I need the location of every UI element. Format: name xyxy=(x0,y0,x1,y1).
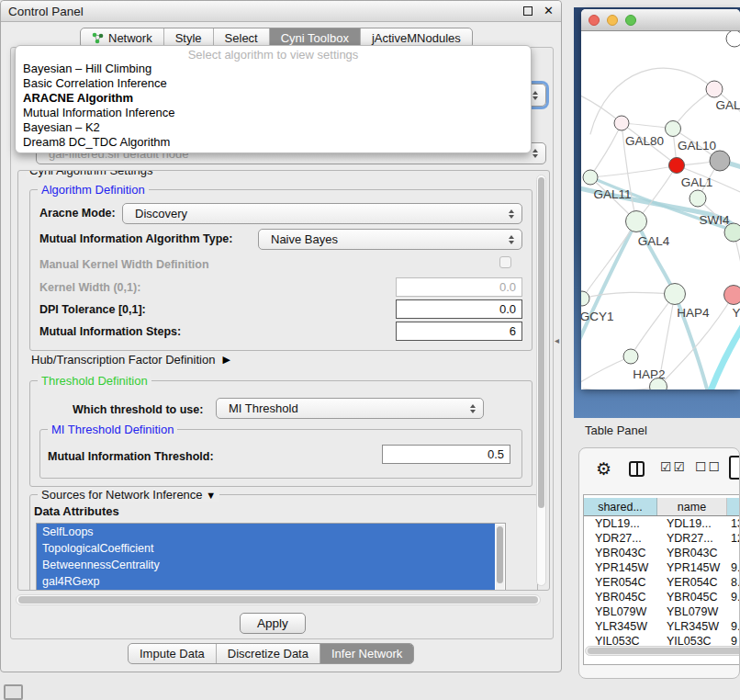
network-desktop: GAL80GALGAL10GAL1GAL11SWI4GAL4GCY1HAP4YH… xyxy=(574,7,740,418)
algorithm-option[interactable]: Dream8 DC_TDC Algorithm xyxy=(16,135,531,150)
table-row[interactable]: YBR043CYBR043C xyxy=(584,546,740,560)
table-cell: YDR27... xyxy=(584,531,657,546)
network-node-gal1[interactable] xyxy=(669,158,685,174)
tab-infer-network-label: Infer Network xyxy=(331,647,402,660)
algorithm-option[interactable]: Basic Correlation Inference xyxy=(16,76,531,91)
document-icon[interactable] xyxy=(729,456,740,480)
node-label: GAL10 xyxy=(678,139,716,152)
settings-horizontal-scrollbar[interactable] xyxy=(16,594,541,605)
aracne-mode-combo[interactable]: Discovery xyxy=(122,203,522,224)
table-cell: YLR345W xyxy=(584,619,657,634)
network-node[interactable] xyxy=(710,151,730,171)
node-label: GAL80 xyxy=(625,134,664,148)
mi-threshold-group: MI Threshold Definition Mutual Informati… xyxy=(39,429,522,479)
table-cell: YLR345W xyxy=(657,619,727,634)
dpi-tolerance-field[interactable]: 0.0 xyxy=(396,299,522,319)
node-label: Y xyxy=(732,306,740,320)
data-attribute-item[interactable]: SelfLoops xyxy=(37,524,495,540)
algorithm-option[interactable]: Mutual Information Inference xyxy=(16,106,531,120)
apply-button[interactable]: Apply xyxy=(240,613,306,634)
network-node-gal4[interactable] xyxy=(626,211,647,232)
network-node-gal80[interactable] xyxy=(614,116,629,130)
algorithm-option[interactable]: Bayesian – Hill Climbing xyxy=(16,62,531,76)
tab-infer-network[interactable]: Infer Network xyxy=(320,644,413,663)
network-edges xyxy=(581,68,740,390)
close-icon[interactable]: ✕ xyxy=(544,6,554,16)
sources-group-title: Sources for Network Inference ▼ xyxy=(38,488,219,502)
column-header-third[interactable]: A xyxy=(727,498,740,515)
tab-impute-data[interactable]: Impute Data xyxy=(129,644,217,663)
mi-threshold-label: Mutual Information Threshold: xyxy=(48,450,214,463)
collapse-down-icon[interactable]: ▼ xyxy=(206,490,216,501)
minimize-traffic-light-icon[interactable] xyxy=(607,15,618,26)
network-node[interactable] xyxy=(726,31,740,47)
settings-vertical-scrollbar[interactable] xyxy=(536,175,546,586)
table-cell: YPR145W xyxy=(657,560,727,575)
network-node[interactable] xyxy=(724,223,740,242)
algorithm-option[interactable]: Bayesian – K2 xyxy=(16,120,531,135)
data-attribute-item[interactable]: gal4RGexp xyxy=(37,573,495,590)
combo-spinner-icon xyxy=(533,91,538,100)
gear-icon[interactable]: ⚙ xyxy=(596,456,611,483)
algorithm-popup: Select algorithm to view settings Bayesi… xyxy=(15,45,532,153)
network-node-gal[interactable] xyxy=(706,81,723,97)
table-row[interactable]: YBL079WYBL079W xyxy=(584,604,740,619)
which-threshold-combo[interactable]: MI Threshold xyxy=(216,398,484,419)
table-row[interactable]: YPR145WYPR145W9. xyxy=(584,560,740,575)
network-node-hap2[interactable] xyxy=(623,349,638,364)
cyni-algorithm-settings-group: Cyni Algorithm Settings Algorithm Defini… xyxy=(17,170,550,591)
tab-discretize-data[interactable]: Discretize Data xyxy=(217,644,320,663)
bottom-tabbar: Impute Data Discretize Data Infer Networ… xyxy=(128,643,414,664)
data-attribute-item[interactable]: TopologicalCoefficient xyxy=(37,540,495,557)
dpi-tolerance-label: DPI Tolerance [0,1]: xyxy=(39,303,146,316)
mi-steps-field[interactable]: 6 xyxy=(396,322,522,341)
mi-type-combo[interactable]: Naive Bayes xyxy=(258,229,522,250)
splitter-collapse-arrow-icon[interactable]: ◂ xyxy=(555,335,559,345)
network-svg[interactable]: GAL80GALGAL10GAL1GAL11SWI4GAL4GCY1HAP4YH… xyxy=(581,31,740,390)
unchecked-checkboxes-icon[interactable]: ☐☐ xyxy=(695,459,722,474)
table-cell: YDL19... xyxy=(657,516,727,531)
close-traffic-light-icon[interactable] xyxy=(589,15,600,26)
zoom-traffic-light-icon[interactable] xyxy=(625,15,636,26)
table-cell: 13 xyxy=(727,516,740,531)
table-cell: YBR043C xyxy=(584,546,657,560)
table-row[interactable]: YDL19...YDL19...13 xyxy=(584,516,740,531)
kernel-width-field[interactable]: 0.0 xyxy=(396,277,522,297)
table-row[interactable]: YER054CYER054C8. xyxy=(584,575,740,590)
table-row[interactable]: YLR345WYLR345W9. xyxy=(584,619,740,634)
settings-group-title: Cyni Algorithm Settings xyxy=(26,170,156,177)
column-header-shared[interactable]: shared... xyxy=(584,498,657,515)
table-row[interactable]: YBR045CYBR045C9. xyxy=(584,590,740,604)
manual-kernel-checkbox[interactable] xyxy=(499,256,511,268)
manual-kernel-label: Manual Kernel Width Definition xyxy=(39,258,209,271)
algorithm-option[interactable]: ARACNE Algorithm xyxy=(16,91,531,106)
mi-type-label: Mutual Information Algorithm Type: xyxy=(39,232,232,245)
node-label: HAP4 xyxy=(677,306,710,320)
network-window-titlebar xyxy=(581,9,740,31)
column-header-name[interactable]: name xyxy=(657,498,727,515)
network-node-gcy1[interactable] xyxy=(581,291,589,306)
hub-definition-toggle[interactable]: Hub/Transcription Factor Definition ▶ xyxy=(31,353,230,367)
algorithm-definition-title: Algorithm Definition xyxy=(38,183,149,197)
checked-checkboxes-icon[interactable]: ☑☑ xyxy=(660,459,687,474)
table-horizontal-scrollbar[interactable] xyxy=(585,646,740,656)
mi-threshold-field[interactable]: 0.5 xyxy=(382,445,510,464)
network-node-gal11[interactable] xyxy=(583,170,598,185)
float-window-icon[interactable] xyxy=(523,6,533,16)
control-panel-titlebar: Control Panel ✕ xyxy=(1,1,561,22)
hub-definition-label: Hub/Transcription Factor Definition xyxy=(31,353,215,367)
network-node-swi4[interactable] xyxy=(690,190,706,207)
network-node-gal10[interactable] xyxy=(666,121,681,137)
table-row[interactable]: YDR27...YDR27...12 xyxy=(584,531,740,546)
table-panel: ⚙ ☑☑ ☐☐ shared... name A YDL19...YDL19..… xyxy=(578,447,740,679)
sources-group: Sources for Network Inference ▼ Data Att… xyxy=(29,494,538,591)
combo-spinner-icon xyxy=(509,235,514,244)
attributes-scrollbar[interactable] xyxy=(496,525,504,591)
collapsed-panel-icon[interactable] xyxy=(4,684,23,700)
network-node-y[interactable] xyxy=(724,286,740,305)
split-columns-icon[interactable] xyxy=(629,461,645,477)
control-panel-title: Control Panel xyxy=(8,5,523,18)
mi-steps-label: Mutual Information Steps: xyxy=(39,325,181,338)
data-attribute-item[interactable]: BetweennessCentrality xyxy=(37,557,495,573)
network-node-hap4[interactable] xyxy=(665,284,686,305)
